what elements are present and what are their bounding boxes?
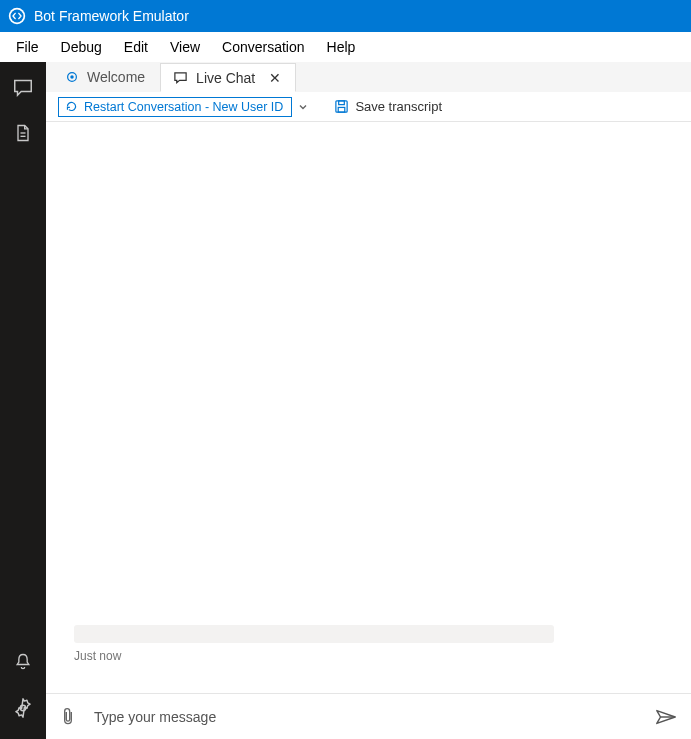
tab-livechat-label: Live Chat [196,70,255,86]
app-logo-icon [8,7,26,25]
chat-icon [173,70,188,85]
svg-rect-8 [339,101,345,105]
menu-edit[interactable]: Edit [114,35,158,59]
menu-help[interactable]: Help [317,35,366,59]
restart-group: Restart Conversation - New User ID [58,97,312,117]
restart-label: Restart Conversation - New User ID [84,100,283,114]
menu-conversation[interactable]: Conversation [212,35,315,59]
message-placeholder [74,625,554,643]
sidebar-settings-icon[interactable] [0,685,46,731]
sidebar-document-icon[interactable] [0,110,46,156]
save-transcript-button[interactable]: Save transcript [334,99,442,114]
save-icon [334,99,349,114]
message-timestamp: Just now [74,649,671,663]
tab-livechat[interactable]: Live Chat ✕ [160,63,296,92]
restart-conversation-button[interactable]: Restart Conversation - New User ID [58,97,292,117]
tab-welcome[interactable]: Welcome [52,62,160,91]
title-bar: Bot Framework Emulator [0,0,691,32]
refresh-icon [65,100,78,113]
toolbar: Restart Conversation - New User ID Sa [46,92,691,122]
svg-rect-9 [339,107,346,112]
sidebar-bell-icon[interactable] [0,639,46,685]
svg-point-6 [70,75,74,79]
send-icon[interactable] [655,707,677,727]
message-input[interactable] [94,709,639,725]
home-icon [65,70,79,84]
menu-debug[interactable]: Debug [51,35,112,59]
attach-icon[interactable] [58,706,78,728]
message-input-bar [46,693,691,739]
svg-rect-7 [336,101,347,112]
save-transcript-label: Save transcript [355,99,442,114]
restart-dropdown-caret[interactable] [292,102,312,112]
sidebar [0,62,46,739]
menu-view[interactable]: View [160,35,210,59]
chat-area: Just now [46,122,691,693]
tab-close-icon[interactable]: ✕ [269,71,281,85]
app-title: Bot Framework Emulator [34,8,189,24]
sidebar-chat-icon[interactable] [0,64,46,110]
tab-bar: Welcome Live Chat ✕ [46,62,691,92]
tab-welcome-label: Welcome [87,69,145,85]
menu-bar: File Debug Edit View Conversation Help [0,32,691,62]
menu-file[interactable]: File [6,35,49,59]
